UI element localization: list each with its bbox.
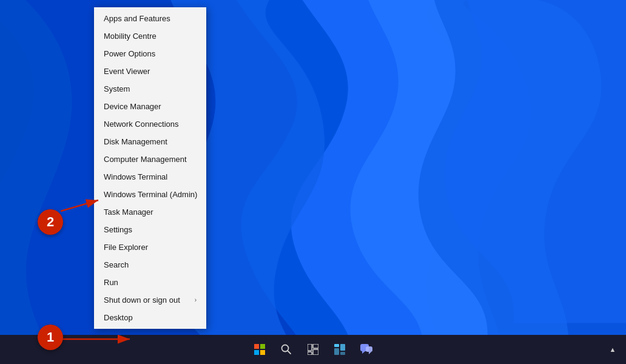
svg-rect-18 [340,352,345,355]
menu-item-label-disk-management: Disk Management [104,137,167,146]
svg-marker-20 [362,351,365,354]
menu-item-shut-down-sign-out[interactable]: Shut down or sign out› [94,291,206,309]
svg-rect-17 [340,344,345,351]
menu-item-system[interactable]: System [94,80,206,98]
menu-item-label-computer-management: Computer Management [104,155,187,164]
menu-item-search[interactable]: Search [94,256,206,274]
arrow-1 [62,331,135,348]
menu-item-file-explorer[interactable]: File Explorer [94,238,206,256]
menu-item-settings[interactable]: Settings [94,221,206,238]
svg-marker-22 [369,352,371,354]
menu-item-label-device-manager: Device Manager [104,102,161,111]
context-menu: Apps and FeaturesMobility CentrePower Op… [94,7,206,329]
svg-line-2 [61,200,98,211]
svg-rect-6 [260,344,265,349]
svg-rect-13 [313,349,318,355]
start-button[interactable] [249,339,271,360]
menu-item-mobility-centre[interactable]: Mobility Centre [94,27,206,45]
search-taskbar-button[interactable] [275,339,297,360]
menu-item-run[interactable]: Run [94,274,206,291]
svg-rect-5 [254,344,259,349]
menu-item-event-viewer[interactable]: Event Viewer [94,62,206,80]
menu-item-device-manager[interactable]: Device Manager [94,98,206,115]
svg-rect-15 [334,344,339,347]
chat-button[interactable] [355,339,377,360]
task-view-button[interactable] [302,339,324,360]
svg-rect-14 [308,352,312,355]
chevron-up-icon[interactable]: ▲ [604,339,621,360]
svg-rect-8 [260,350,265,355]
svg-rect-21 [366,346,372,352]
widgets-button[interactable] [329,339,351,360]
menu-item-computer-management[interactable]: Computer Management [94,150,206,168]
menu-item-label-mobility-centre: Mobility Centre [104,32,156,41]
arrow-2 [61,194,103,215]
svg-rect-11 [308,344,312,351]
taskbar-right-area: ▲ [604,335,626,364]
submenu-chevron-icon: › [195,297,197,303]
menu-item-label-windows-terminal-admin: Windows Terminal (Admin) [104,190,197,199]
menu-item-windows-terminal[interactable]: Windows Terminal [94,168,206,186]
annotation-1: 1 [38,325,63,350]
menu-item-label-search: Search [104,260,129,269]
menu-item-apps-features[interactable]: Apps and Features [94,10,206,27]
menu-item-label-desktop: Desktop [104,313,133,322]
menu-item-label-task-manager: Task Manager [104,207,153,217]
menu-item-disk-management[interactable]: Disk Management [94,133,206,150]
annotation-2: 2 [38,209,63,235]
menu-item-label-power-options: Power Options [104,49,155,58]
menu-item-label-file-explorer: File Explorer [104,243,148,252]
desktop: Apps and FeaturesMobility CentrePower Op… [0,0,626,364]
svg-rect-7 [254,350,259,355]
menu-item-windows-terminal-admin[interactable]: Windows Terminal (Admin) [94,186,206,203]
menu-item-label-system: System [104,84,130,93]
menu-item-desktop[interactable]: Desktop [94,309,206,326]
menu-item-label-network-connections: Network Connections [104,120,179,129]
menu-item-label-windows-terminal: Windows Terminal [104,172,167,181]
svg-rect-12 [313,344,318,348]
menu-item-label-shut-down-sign-out: Shut down or sign out [104,295,180,305]
svg-rect-16 [334,348,339,355]
menu-item-task-manager[interactable]: Task Manager [94,203,206,221]
menu-item-label-run: Run [104,278,118,287]
menu-item-network-connections[interactable]: Network Connections [94,115,206,133]
menu-item-label-event-viewer: Event Viewer [104,67,150,76]
taskbar-center [249,339,377,360]
svg-line-10 [288,351,291,354]
menu-item-power-options[interactable]: Power Options [94,45,206,62]
menu-item-label-settings: Settings [104,225,132,234]
menu-item-label-apps-features: Apps and Features [104,14,170,23]
